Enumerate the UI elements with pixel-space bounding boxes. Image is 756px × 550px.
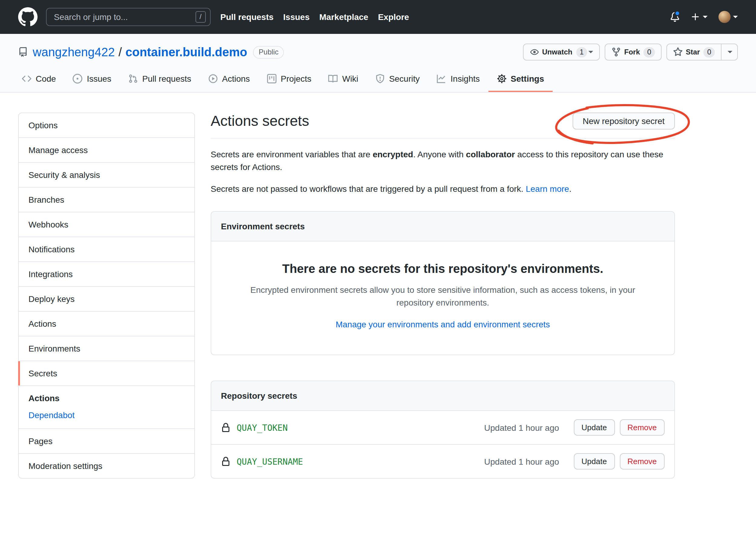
visibility-badge: Public	[253, 46, 284, 58]
tab-projects[interactable]: Projects	[258, 67, 320, 92]
new-repository-secret-button[interactable]: New repository secret	[572, 113, 675, 130]
page-title: Actions secrets	[211, 113, 309, 130]
remove-secret-button[interactable]: Remove	[620, 453, 665, 469]
secret-row: QUAY_TOKEN Updated 1 hour ago Update Rem…	[211, 411, 674, 445]
tab-label: Settings	[511, 74, 544, 84]
tab-label: Insights	[451, 74, 480, 84]
nav-marketplace[interactable]: Marketplace	[319, 12, 368, 22]
blankslate-description: Encrypted environment secrets allow you …	[235, 284, 650, 309]
github-settings-page: / Pull requests Issues Marketplace Explo…	[0, 0, 756, 550]
fork-button[interactable]: Fork 0	[605, 44, 662, 61]
remove-secret-button[interactable]: Remove	[620, 419, 665, 436]
eye-icon	[529, 47, 539, 57]
sidebar-item-pages[interactable]: Pages	[19, 429, 194, 454]
tab-insights[interactable]: Insights	[428, 67, 488, 92]
top-navigation: / Pull requests Issues Marketplace Explo…	[0, 0, 756, 34]
settings-content: Options Manage access Security & analysi…	[0, 93, 756, 479]
environment-secrets-box: Environment secrets There are no secrets…	[211, 211, 675, 355]
caret-down-icon	[728, 51, 732, 56]
star-button[interactable]: Star 0	[666, 44, 721, 61]
sidebar-item-deploy-keys[interactable]: Deploy keys	[19, 287, 194, 311]
update-secret-button[interactable]: Update	[574, 453, 615, 469]
projects-icon	[267, 74, 277, 84]
search-input[interactable]	[46, 8, 211, 26]
security-icon	[375, 74, 385, 84]
topnav-right-controls	[659, 11, 738, 23]
star-dropdown-button[interactable]	[721, 44, 738, 61]
user-menu[interactable]	[718, 11, 738, 23]
repo-owner-link[interactable]: wangzheng422	[33, 45, 115, 59]
fork-label: Fork	[624, 46, 640, 58]
caret-down-icon	[703, 16, 708, 21]
sidebar-item-moderation-settings[interactable]: Moderation settings	[19, 454, 194, 478]
create-new-dropdown[interactable]	[691, 12, 708, 22]
tab-settings[interactable]: Settings	[488, 67, 552, 92]
secret-name: QUAY_TOKEN	[237, 423, 288, 432]
repo-name-link[interactable]: container.build.demo	[126, 45, 247, 59]
sidebar-item-branches[interactable]: Branches	[19, 188, 194, 213]
lock-icon	[221, 423, 231, 432]
environment-secrets-header: Environment secrets	[211, 212, 674, 242]
secrets-intro-text: Secrets are environment variables that a…	[211, 148, 675, 174]
bell-icon[interactable]	[670, 12, 680, 22]
watch-count: 1	[576, 47, 587, 57]
sidebar-item-actions[interactable]: Actions	[19, 311, 194, 336]
environment-secrets-blankslate: There are no secrets for this repository…	[211, 242, 674, 354]
repo-tab-nav: Code Issues Pull requests Actions Projec…	[0, 67, 756, 92]
plus-icon	[691, 12, 700, 22]
tab-label: Issues	[87, 74, 111, 84]
star-button-group: Star 0	[666, 44, 738, 61]
sidebar-item-options[interactable]: Options	[19, 113, 194, 138]
tab-code[interactable]: Code	[13, 67, 64, 92]
actions-icon	[208, 74, 218, 84]
repository-header: wangzheng422 / container.build.demo Publ…	[0, 34, 756, 93]
star-icon	[673, 47, 683, 57]
sidebar-item-notifications[interactable]: Notifications	[19, 237, 194, 262]
repo-action-buttons: Unwatch 1 Fork 0 Star	[523, 44, 738, 61]
lock-icon	[221, 456, 231, 466]
slash-shortcut-key: /	[195, 11, 206, 23]
nav-explore[interactable]: Explore	[378, 12, 409, 22]
sidebar-item-integrations[interactable]: Integrations	[19, 262, 194, 287]
update-secret-button[interactable]: Update	[574, 419, 615, 436]
secret-row: QUAY_USERNAME Updated 1 hour ago Update …	[211, 445, 674, 478]
sidebar-item-manage-access[interactable]: Manage access	[19, 138, 194, 163]
tab-actions[interactable]: Actions	[200, 67, 258, 92]
fork-icon	[612, 47, 621, 57]
blankslate-title: There are no secrets for this repository…	[235, 262, 650, 276]
github-logo-icon[interactable]	[18, 7, 38, 27]
sidebar-item-webhooks[interactable]: Webhooks	[19, 213, 194, 237]
nav-pull-requests[interactable]: Pull requests	[220, 12, 274, 22]
repo-icon	[18, 47, 28, 57]
path-divider: /	[118, 45, 122, 59]
nav-issues[interactable]: Issues	[283, 12, 310, 22]
secret-name: QUAY_USERNAME	[237, 456, 303, 466]
fork-note-text: Secrets are not passed to workflows that…	[211, 183, 675, 196]
tab-security[interactable]: Security	[367, 67, 428, 92]
secret-updated-text: Updated 1 hour ago	[484, 456, 559, 466]
unread-notification-dot	[674, 10, 680, 16]
fork-count: 0	[644, 47, 655, 57]
star-count: 0	[704, 47, 715, 57]
sidebar-item-secrets[interactable]: Secrets	[19, 361, 194, 386]
tab-label: Projects	[281, 74, 311, 84]
tab-issues[interactable]: Issues	[64, 67, 120, 92]
manage-environments-link[interactable]: Manage your environments and add environ…	[336, 319, 550, 329]
secrets-sub-dependabot[interactable]: Dependabot	[28, 410, 75, 420]
sidebar-item-security-analysis[interactable]: Security & analysis	[19, 163, 194, 188]
learn-more-link[interactable]: Learn more	[526, 184, 569, 194]
secret-updated-text: Updated 1 hour ago	[484, 423, 559, 432]
secret-row-meta: Updated 1 hour ago Update Remove	[484, 453, 665, 469]
code-icon	[22, 74, 31, 84]
repository-secrets-header: Repository secrets	[211, 381, 674, 411]
actions-secrets-main: Actions secrets New repository secret Se…	[211, 113, 675, 479]
star-label: Star	[686, 46, 700, 58]
avatar	[718, 11, 731, 23]
tab-label: Actions	[222, 74, 250, 84]
tab-pull-requests[interactable]: Pull requests	[120, 67, 200, 92]
settings-sidebar: Options Manage access Security & analysi…	[18, 113, 195, 479]
tab-wiki[interactable]: Wiki	[320, 67, 367, 92]
pull-request-icon	[128, 74, 138, 84]
sidebar-item-environments[interactable]: Environments	[19, 336, 194, 361]
unwatch-button[interactable]: Unwatch 1	[523, 44, 600, 61]
